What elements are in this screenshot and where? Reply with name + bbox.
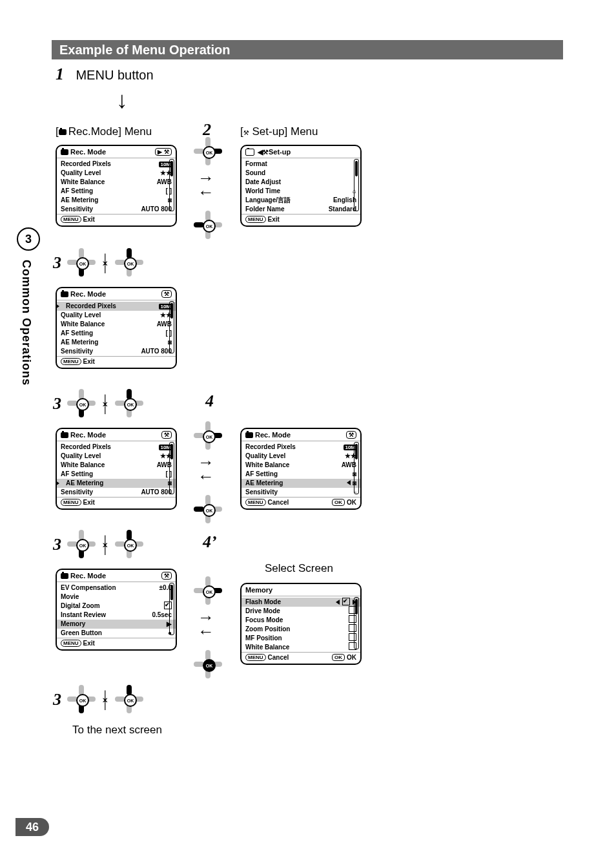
- up-down-arrows-icon: ↓↑: [101, 253, 110, 271]
- menu-row: Movie: [61, 592, 172, 602]
- menu-row-label: White Balance: [61, 178, 105, 187]
- chapter-title: Common Operations: [19, 260, 33, 386]
- lcd-memory-select: Memory Flash ModeDrive ModeFocus ModeZoo…: [240, 583, 362, 665]
- dpad-pair-3a: OK ↓↑ OK: [67, 248, 143, 277]
- setup-menu-label: [⚒ Set-up] Menu: [240, 125, 318, 138]
- lcd-title: Memory: [245, 586, 272, 594]
- section-title-bar: Example of Menu Operation: [52, 40, 563, 59]
- lcd-ae-select: Rec. Mode⚒ Recorded Pixels10MQuality Lev…: [240, 428, 362, 510]
- lcd-rec-mode-2: Rec. Mode⚒ Recorded Pixels10MQuality Lev…: [56, 287, 177, 369]
- menu-row-label: AF Setting: [61, 470, 93, 479]
- menu-row-label: AE Metering: [66, 479, 103, 488]
- dpad-nav-4p-bottom: OK: [194, 650, 222, 681]
- menu-pill: MENU: [61, 216, 81, 223]
- menu-row-label: World Time: [245, 187, 280, 196]
- page-number-badge: 46: [15, 818, 49, 836]
- menu-row-label: Focus Mode: [245, 616, 283, 625]
- menu-row-label: Quality Level: [61, 169, 101, 178]
- scrollbar: [354, 159, 359, 211]
- menu-row: AE Metering◙: [57, 479, 176, 488]
- step-number: 1: [56, 65, 64, 83]
- lcd-rec-mode-3: Rec. Mode⚒ Recorded Pixels10MQuality Lev…: [56, 428, 177, 510]
- menu-pill: MENU: [245, 216, 266, 223]
- chapter-number-badge: 3: [17, 227, 40, 251]
- menu-row-label: Flash Mode: [245, 598, 281, 607]
- side-chapter-tab: 3 Common Operations: [17, 227, 37, 479]
- rec-mode-menu-label: [Rec.Mode] Menu: [56, 125, 152, 138]
- menu-row: Folder NameStandard: [245, 205, 356, 214]
- step-4prime-number: 4’: [203, 532, 217, 552]
- menu-row: Recorded Pixels10M: [245, 443, 356, 452]
- menu-row: Memory▶: [57, 620, 176, 629]
- menu-row-value: AUTO 800: [141, 205, 172, 214]
- menu-row: AF Setting◙: [245, 470, 356, 479]
- menu-row-label: White Balance: [61, 461, 105, 470]
- menu-row-label: Sound: [245, 169, 265, 178]
- dpad-pair-3c: OK ↓↑ OK: [67, 530, 143, 558]
- menu-row: AE Metering◙: [61, 338, 172, 347]
- left-right-arrows-icon: →←: [198, 610, 214, 638]
- ok-button-icon: OK: [203, 146, 216, 159]
- lcd-title: Rec. Mode: [70, 148, 106, 156]
- tools-icon: ⚒: [263, 149, 269, 156]
- menu-row: Recorded Pixels10M: [61, 443, 172, 452]
- camera-icon: [245, 149, 254, 156]
- arrow-down-icon: ↓: [116, 87, 128, 114]
- menu-row-label: Format: [245, 160, 267, 169]
- scrollbar: [169, 159, 174, 211]
- menu-row-label: Sensitivity: [61, 205, 93, 214]
- menu-row-label: Instant Review: [61, 611, 106, 620]
- menu-row-label: White Balance: [245, 461, 289, 470]
- menu-row-label: White Balance: [61, 320, 105, 329]
- menu-row: SensitivityAUTO 800: [61, 488, 172, 497]
- tab-indicator: ▶ ⚒: [155, 148, 172, 156]
- lcd-rec-mode-4: Rec. Mode⚒ EV Compensation±0.0MovieDigit…: [56, 569, 177, 651]
- menu-row: Quality Level★★: [61, 169, 172, 178]
- menu-row: Digital Zoom: [61, 602, 172, 611]
- menu-row: AF Setting[ ]: [61, 329, 172, 338]
- menu-row-label: Recorded Pixels: [66, 302, 116, 311]
- menu-row: Sound: [245, 169, 356, 178]
- menu-row-value: Standard: [329, 205, 356, 214]
- menu-row: Recorded Pixels10M: [61, 160, 172, 169]
- next-screen-label: To the next screen: [72, 724, 162, 737]
- ok-button-icon: OK: [203, 220, 216, 233]
- menu-row-label: Recorded Pixels: [245, 443, 296, 452]
- menu-row: White BalanceAWB: [245, 461, 356, 470]
- dpad-pair-3d: OK ↓↑ OK: [67, 685, 143, 713]
- dpad-nav-4-bottom: OK: [194, 495, 222, 526]
- menu-row: Drive Mode: [245, 607, 356, 616]
- dpad-nav-2-bottom: OK: [194, 211, 222, 242]
- menu-row-label: EV Compensation: [61, 583, 116, 592]
- menu-row-label: Folder Name: [245, 205, 285, 214]
- menu-row: AF Setting[ ]: [61, 470, 172, 479]
- menu-row: SensitivityAUTO 800: [61, 205, 172, 214]
- menu-row-value: AUTO 800: [141, 347, 172, 356]
- tools-icon: ⚒: [243, 129, 249, 136]
- menu-row: Flash Mode: [241, 598, 360, 607]
- menu-row: MF Position: [245, 634, 356, 643]
- menu-row-label: Memory: [61, 620, 85, 629]
- menu-row-label: Sensitivity: [61, 488, 93, 497]
- menu-row-label: Sensitivity: [61, 347, 93, 356]
- menu-row-label: AF Setting: [61, 329, 93, 338]
- menu-row-label: Green Button: [61, 629, 102, 638]
- menu-row: AE Metering◙: [61, 196, 172, 205]
- menu-row-label: Recorded Pixels: [61, 160, 111, 169]
- menu-row: Instant Review0.5sec: [61, 611, 172, 620]
- menu-row: Quality Level★★: [61, 311, 172, 320]
- menu-row: Quality Level★★: [245, 452, 356, 461]
- menu-row-label: Language/言語: [245, 196, 291, 205]
- lcd-setup: ◀⚒ Set-up FormatSoundDate AdjustWorld Ti…: [240, 145, 362, 227]
- menu-row: White BalanceAWB: [61, 320, 172, 329]
- menu-row-label: Digital Zoom: [61, 602, 100, 611]
- camera-icon: [59, 129, 67, 135]
- menu-row-label: Movie: [61, 592, 79, 602]
- step-1: 1 MENU button: [56, 65, 154, 84]
- step-4-number: 4: [205, 392, 214, 411]
- menu-row: Quality Level★★: [61, 452, 172, 461]
- menu-row: White Balance: [245, 643, 356, 652]
- menu-row-label: Quality Level: [245, 452, 285, 461]
- menu-row-label: AF Setting: [245, 470, 278, 479]
- menu-row: AF Setting[ ]: [61, 187, 172, 196]
